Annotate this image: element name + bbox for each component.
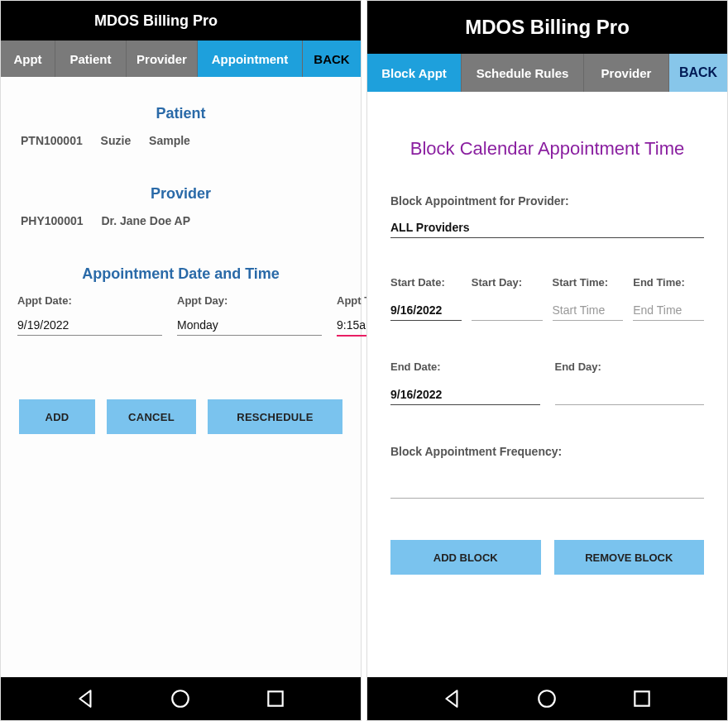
appt-heading: Appointment Date and Time — [17, 265, 344, 283]
nav-recent-icon[interactable] — [265, 688, 286, 709]
end-time-field: End Time: — [633, 276, 704, 321]
provider-row: PHY100001 Dr. Jane Doe AP — [17, 214, 344, 227]
start-time-label: Start Time: — [553, 276, 624, 289]
end-time-label: End Time: — [633, 276, 704, 289]
appt-day-input[interactable] — [177, 315, 322, 336]
provider-heading: Provider — [17, 185, 344, 203]
end-date-input[interactable] — [390, 384, 540, 405]
nav-home-icon[interactable] — [536, 688, 558, 709]
action-buttons: ADD BLOCK REMOVE BLOCK — [390, 540, 704, 575]
app-title: MDOS Billing Pro — [465, 16, 630, 39]
appt-date-field: Appt Date: — [17, 294, 162, 337]
patient-last: Sample — [149, 134, 190, 147]
start-date-input[interactable] — [390, 300, 462, 321]
svg-point-0 — [173, 690, 189, 707]
content-area: Patient PTN100001 Suzie Sample Provider … — [1, 77, 361, 720]
start-date-field: Start Date: — [390, 276, 462, 321]
freq-input[interactable] — [390, 478, 704, 499]
end-day-field: End Day: — [555, 360, 705, 405]
svg-rect-1 — [268, 691, 282, 705]
tab-appointment[interactable]: Appointment — [198, 41, 303, 77]
freq-section: Block Appointment Frequency: — [390, 445, 704, 499]
start-time-input[interactable] — [553, 300, 624, 321]
screen-block-appt: MDOS Billing Pro Block Appt Schedule Rul… — [366, 0, 728, 721]
tab-appt[interactable]: Appt — [1, 41, 55, 77]
patient-first: Suzie — [101, 134, 132, 147]
cancel-button[interactable]: CANCEL — [107, 399, 196, 434]
tab-schedule-rules[interactable]: Schedule Rules — [462, 54, 584, 92]
start-date-label: Start Date: — [390, 276, 462, 289]
appt-date-label: Appt Date: — [17, 294, 162, 307]
end-time-input[interactable] — [633, 300, 704, 321]
appt-day-label: Appt Day: — [177, 294, 322, 307]
freq-label: Block Appointment Frequency: — [390, 445, 704, 458]
appt-fields: Appt Date: Appt Day: Appt Time: — [17, 294, 344, 337]
start-day-label: Start Day: — [472, 276, 543, 289]
appt-date-input[interactable] — [17, 315, 162, 336]
provider-select[interactable] — [390, 217, 704, 238]
add-block-button[interactable]: ADD BLOCK — [390, 540, 541, 575]
end-date-field: End Date: — [390, 360, 540, 405]
tab-bar: Appt Patient Provider Appointment BACK — [1, 41, 361, 77]
tab-bar: Block Appt Schedule Rules Provider BACK — [367, 54, 727, 92]
start-row: Start Date: Start Day: Start Time: End T… — [390, 276, 704, 321]
end-date-label: End Date: — [390, 360, 540, 373]
app-title: MDOS Billing Pro — [144, 12, 218, 30]
start-time-field: Start Time: — [553, 276, 624, 321]
end-row: End Date: End Day: — [390, 360, 704, 405]
patient-row: PTN100001 Suzie Sample — [17, 134, 344, 147]
nav-home-icon[interactable] — [170, 688, 191, 709]
end-day-label: End Day: — [555, 360, 705, 373]
android-navbar — [367, 677, 727, 720]
content-area: Block Calendar Appointment Time Block Ap… — [367, 92, 727, 575]
appt-day-field: Appt Day: — [177, 294, 322, 337]
provider-id: PHY100001 — [21, 214, 84, 227]
nav-recent-icon[interactable] — [631, 688, 653, 709]
nav-back-icon[interactable] — [442, 688, 463, 709]
screen-appointment: MDOS Billing Pro Appt Patient Provider A… — [0, 0, 362, 721]
app-title-bar: MDOS Billing Pro — [1, 1, 361, 41]
add-button[interactable]: ADD — [19, 399, 95, 434]
tab-provider[interactable]: Provider — [584, 54, 669, 92]
provider-nm: Dr. Jane Doe AP — [101, 214, 190, 227]
tab-patient[interactable]: Patient — [55, 41, 127, 77]
action-buttons: ADD CANCEL RESCHEDULE — [17, 399, 344, 434]
svg-point-2 — [539, 690, 556, 707]
app-title-bar: MDOS Billing Pro — [367, 1, 727, 54]
back-button[interactable]: BACK — [669, 54, 727, 92]
patient-heading: Patient — [17, 105, 344, 122]
tab-block-appt[interactable]: Block Appt — [367, 54, 462, 92]
nav-back-icon[interactable] — [75, 688, 97, 709]
tab-provider[interactable]: Provider — [127, 41, 198, 77]
start-day-field: Start Day: — [472, 276, 543, 321]
back-button[interactable]: BACK — [303, 41, 361, 77]
android-navbar — [1, 677, 361, 720]
provider-label: Block Appointment for Provider: — [390, 194, 704, 208]
end-day-input[interactable] — [555, 384, 705, 405]
patient-id: PTN100001 — [21, 134, 83, 147]
start-day-input[interactable] — [472, 300, 543, 321]
page-title: Block Calendar Appointment Time — [390, 138, 704, 160]
svg-rect-3 — [635, 691, 649, 705]
reschedule-button[interactable]: RESCHEDULE — [208, 399, 342, 434]
remove-block-button[interactable]: REMOVE BLOCK — [554, 540, 705, 575]
